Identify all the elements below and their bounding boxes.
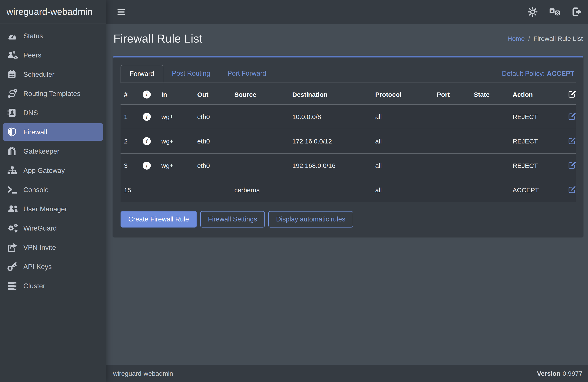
app-wrapper: wireguard-webadmin Status Peers Schedule… <box>0 0 588 382</box>
edit-rule-button[interactable] <box>568 136 576 145</box>
sidebar-item-label: User Manager <box>23 205 67 213</box>
edit-rule-button[interactable] <box>568 161 576 169</box>
col-header-protocol: Protocol <box>372 83 433 105</box>
rule-action: ACCEPT <box>509 178 565 202</box>
rule-action: REJECT <box>509 105 565 129</box>
rule-port <box>433 178 470 202</box>
rule-protocol: all <box>372 178 433 202</box>
sidebar-menu: Status Peers Scheduler Routing Templates <box>0 24 106 300</box>
sidebar-item-label: App Gateway <box>23 167 65 175</box>
navbar-actions: A <box>528 7 582 17</box>
table-header-row: # i In Out Source Destination Protocol P… <box>121 83 576 105</box>
sidebar-toggle-button[interactable] <box>115 7 127 17</box>
rule-protocol: all <box>372 153 433 178</box>
table-row: 3 i wg+ eth0 192.168.0.0/16 all REJECT <box>121 153 576 178</box>
rule-number: 3 <box>121 153 139 178</box>
users-icon <box>7 204 20 214</box>
rule-number: 15 <box>121 178 139 202</box>
sitemap-icon <box>7 166 20 175</box>
sidebar-item-console[interactable]: Console <box>2 181 103 198</box>
edit-rule-button[interactable] <box>568 112 576 120</box>
rule-action: REJECT <box>509 129 565 153</box>
logout-button[interactable] <box>572 7 582 17</box>
info-icon[interactable]: i <box>143 162 151 170</box>
footer-version-value: 0.9977 <box>563 370 582 377</box>
rule-port <box>433 129 470 153</box>
sidebar-item-scheduler[interactable]: Scheduler <box>2 66 103 83</box>
page-title: Firewall Rule List <box>113 32 203 45</box>
rule-destination <box>289 178 372 202</box>
table-row: 15 cerberus all ACCEPT <box>121 178 576 202</box>
edit-icon <box>568 161 576 169</box>
gate-icon <box>7 147 20 156</box>
rule-state <box>470 105 509 129</box>
share-icon <box>7 243 20 252</box>
rule-port <box>433 153 470 178</box>
shield-icon <box>7 127 20 137</box>
breadcrumb-current: Firewall Rule List <box>534 35 583 42</box>
edit-icon <box>568 112 576 120</box>
gears-icon <box>7 223 20 233</box>
table-row: 2 i wg+ eth0 172.16.0.0/12 all REJECT <box>121 129 576 153</box>
default-policy: Default Policy:ACCEPT <box>502 70 576 78</box>
sidebar-item-label: Scheduler <box>23 70 54 78</box>
info-icon[interactable]: i <box>143 113 151 121</box>
info-icon[interactable]: i <box>143 137 151 145</box>
breadcrumb-separator: / <box>528 35 530 42</box>
col-header-destination: Destination <box>289 83 372 105</box>
footer: wireguard-webadmin Version0.9977 <box>106 365 588 382</box>
firewall-settings-button[interactable]: Firewall Settings <box>200 211 265 228</box>
rule-number: 1 <box>121 105 139 129</box>
create-firewall-rule-button[interactable]: Create Firewall Rule <box>121 211 197 228</box>
sidebar: wireguard-webadmin Status Peers Schedule… <box>0 0 106 382</box>
sidebar-item-vpn-invite[interactable]: VPN Invite <box>2 239 103 256</box>
sidebar-item-routing-templates[interactable]: Routing Templates <box>2 85 103 102</box>
edit-icon <box>568 136 576 145</box>
col-header-port: Port <box>433 83 470 105</box>
content-area: Firewall Rule List Home / Firewall Rule … <box>106 24 588 365</box>
brand-link[interactable]: wireguard-webadmin <box>0 0 106 24</box>
sidebar-item-user-manager[interactable]: User Manager <box>2 200 103 218</box>
rule-number: 2 <box>121 129 139 153</box>
sidebar-item-peers[interactable]: Peers <box>2 46 103 64</box>
rule-in <box>158 178 194 202</box>
sidebar-item-wireguard[interactable]: WireGuard <box>2 219 103 237</box>
calendar-icon <box>7 70 20 79</box>
route-icon <box>7 89 20 98</box>
sidebar-item-label: WireGuard <box>23 224 57 232</box>
tab-post-routing[interactable]: Post Routing <box>163 65 219 83</box>
default-policy-value: ACCEPT <box>547 70 574 77</box>
edit-rule-button[interactable] <box>568 185 576 193</box>
sidebar-item-status[interactable]: Status <box>2 27 103 44</box>
users-gear-icon <box>7 50 20 60</box>
col-header-source: Source <box>231 83 289 105</box>
col-header-action: Action <box>509 83 565 105</box>
sidebar-item-app-gateway[interactable]: App Gateway <box>2 162 103 179</box>
language-button[interactable]: A <box>549 7 560 17</box>
breadcrumb-home-link[interactable]: Home <box>507 35 525 42</box>
theme-toggle-button[interactable] <box>528 7 537 17</box>
sidebar-item-firewall[interactable]: Firewall <box>2 123 103 141</box>
col-header-num: # <box>121 83 139 105</box>
rule-source <box>231 105 289 129</box>
gauge-icon <box>7 31 20 41</box>
tab-port-forward[interactable]: Port Forward <box>219 65 275 83</box>
rule-protocol: all <box>372 129 433 153</box>
sidebar-item-label: API Keys <box>23 263 52 271</box>
sidebar-item-cluster[interactable]: Cluster <box>2 277 103 295</box>
edit-icon <box>568 89 576 98</box>
address-book-icon <box>7 108 20 118</box>
col-header-info: i <box>139 83 158 105</box>
sidebar-item-dns[interactable]: DNS <box>2 104 103 121</box>
sidebar-item-gatekeeper[interactable]: Gatekeeper <box>2 143 103 160</box>
rule-in: wg+ <box>158 129 194 153</box>
terminal-icon <box>7 185 20 194</box>
display-automatic-rules-button[interactable]: Display automatic rules <box>268 211 353 228</box>
info-icon: i <box>143 90 151 99</box>
rule-destination: 10.0.0.0/8 <box>289 105 372 129</box>
rule-source <box>231 129 289 153</box>
tab-forward[interactable]: Forward <box>121 65 163 83</box>
rule-out: eth0 <box>194 153 231 178</box>
sidebar-item-api-keys[interactable]: API Keys <box>2 258 103 275</box>
rule-port <box>433 105 470 129</box>
